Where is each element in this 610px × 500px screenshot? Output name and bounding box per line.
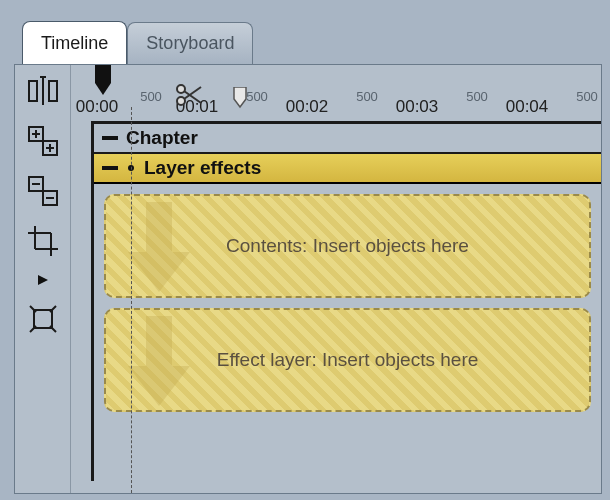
timeline-panel: 00:0000:0100:0200:0300:04500500500500500… [14, 64, 602, 494]
scissors-marker-icon[interactable] [175, 83, 205, 111]
tool-remove-tracks-icon[interactable] [23, 171, 63, 211]
point-marker-icon[interactable] [231, 87, 249, 113]
svg-rect-19 [34, 310, 52, 328]
layer-effects-label: Layer effects [144, 157, 261, 179]
tool-add-tracks-icon[interactable] [23, 121, 63, 161]
contents-drop-label: Contents: Insert objects here [226, 235, 469, 257]
svg-marker-18 [38, 275, 48, 285]
timeline-area: 00:0000:0100:0200:0300:04500500500500500… [71, 65, 601, 493]
ruler-major-label: 00:03 [396, 97, 439, 117]
tool-crop-icon[interactable] [23, 221, 63, 261]
contents-dropzone[interactable]: Contents: Insert objects here [104, 194, 591, 298]
tool-split-icon[interactable] [23, 71, 63, 111]
ruler-major-label: 00:02 [286, 97, 329, 117]
chapter-label: Chapter [126, 127, 198, 149]
down-arrow-icon [124, 202, 194, 294]
tool-fit-icon[interactable] [23, 299, 63, 339]
tab-storyboard[interactable]: Storyboard [127, 22, 253, 64]
playhead[interactable] [91, 65, 115, 103]
time-ruler[interactable]: 00:0000:0100:0200:0300:04500500500500500 [71, 65, 601, 121]
tool-strip [15, 65, 71, 493]
ruler-minor-label: 500 [576, 89, 598, 104]
tool-expand-icon[interactable] [23, 271, 63, 289]
tab-timeline[interactable]: Timeline [22, 21, 127, 64]
svg-rect-1 [49, 81, 57, 101]
chapter-header[interactable]: Chapter [94, 124, 601, 154]
ruler-minor-label: 500 [466, 89, 488, 104]
svg-rect-24 [95, 65, 111, 83]
down-arrow-icon [124, 316, 194, 408]
ruler-major-label: 00:04 [506, 97, 549, 117]
collapse-icon[interactable] [102, 136, 118, 140]
dot-icon [128, 165, 134, 171]
effect-layer-dropzone[interactable]: Effect layer: Insert objects here [104, 308, 591, 412]
ruler-minor-label: 500 [140, 89, 162, 104]
ruler-minor-label: 500 [246, 89, 268, 104]
tracks-container: Chapter Layer effects Contents: Insert o… [91, 121, 601, 481]
ruler-minor-label: 500 [356, 89, 378, 104]
collapse-icon[interactable] [102, 166, 118, 170]
layer-effects-header[interactable]: Layer effects [94, 154, 601, 184]
svg-rect-0 [29, 81, 37, 101]
svg-marker-25 [95, 83, 111, 95]
effect-drop-label: Effect layer: Insert objects here [217, 349, 479, 371]
